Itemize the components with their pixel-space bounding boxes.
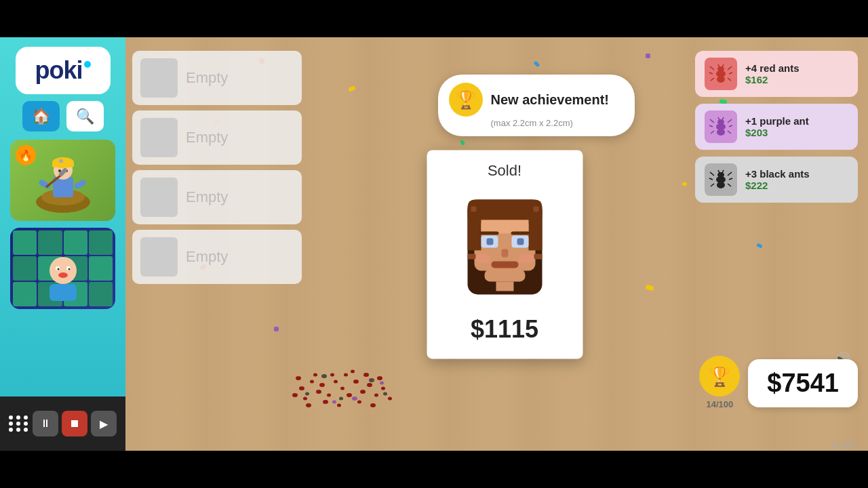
svg-line-70: [729, 178, 732, 180]
reward-item-black: +3 black ants $222: [695, 157, 858, 203]
svg-point-91: [353, 380, 359, 384]
trophy-count-display: 14/100: [706, 398, 733, 410]
copyright-text: @ 2025: [831, 441, 857, 449]
svg-point-100: [381, 387, 385, 390]
purple-ant-svg: [709, 116, 733, 138]
confetti-4: [534, 60, 540, 67]
confetti-3: [348, 86, 355, 92]
svg-point-81: [306, 403, 311, 407]
svg-line-49: [711, 78, 714, 81]
svg-line-50: [728, 78, 731, 81]
slot-label-4: Empty: [186, 248, 228, 266]
slot-item-3[interactable]: Empty: [132, 170, 302, 224]
svg-point-85: [323, 400, 328, 404]
slot-thumb-3: [140, 178, 178, 217]
achievement-trophy-icon: 🏆: [449, 83, 483, 117]
trophy-button[interactable]: 🏆: [699, 356, 740, 396]
svg-line-46: [728, 66, 732, 70]
svg-point-16: [57, 268, 59, 270]
stop-button[interactable]: ⏹: [62, 411, 87, 436]
red-ant-price: $162: [745, 74, 848, 85]
svg-point-90: [337, 404, 341, 407]
svg-rect-35: [496, 281, 513, 291]
svg-line-58: [709, 125, 713, 127]
svg-rect-19: [50, 284, 77, 301]
svg-point-75: [299, 386, 304, 390]
slot-item-2[interactable]: Empty: [132, 110, 302, 165]
black-ant-label: +3 black ants: [745, 168, 848, 180]
svg-line-61: [728, 131, 731, 134]
poki-logo[interactable]: poki: [16, 47, 111, 94]
svg-rect-30: [479, 231, 498, 235]
purple-ant-price: $203: [745, 127, 848, 138]
home-button[interactable]: 🏠: [22, 101, 60, 131]
slot-thumb-4: [140, 237, 178, 277]
svg-line-60: [711, 131, 714, 134]
svg-point-101: [377, 376, 382, 380]
confetti-14: [274, 327, 279, 331]
slot-label-1: Empty: [186, 69, 228, 87]
sold-price: $1115: [439, 315, 570, 344]
svg-point-80: [327, 394, 331, 397]
svg-rect-40: [467, 253, 475, 259]
svg-point-79: [319, 383, 325, 387]
purple-ant-reward-text: +1 purple ant $203: [745, 115, 848, 138]
svg-point-104: [321, 374, 327, 378]
slots-panel: Empty Empty Empty Empty: [132, 51, 302, 289]
svg-point-109: [352, 396, 357, 401]
pause-button[interactable]: ⏸: [33, 411, 58, 436]
svg-point-54: [717, 119, 724, 125]
game-thumb-money[interactable]: [10, 228, 115, 309]
black-ant-reward-text: +3 black ants $222: [745, 168, 848, 191]
slot-thumb-1: [140, 58, 178, 98]
svg-line-73: [718, 170, 719, 173]
achievement-title: New achievement!: [491, 92, 610, 108]
svg-point-108: [332, 401, 336, 404]
svg-line-51: [718, 64, 719, 67]
game-thumb-miner[interactable]: 🔥: [10, 140, 115, 221]
achievement-banner: 🏆 New achievement! (max 2.2cm x 2.2cm): [438, 75, 635, 136]
reward-item-red: +4 red ants $162: [695, 51, 858, 97]
svg-rect-34: [484, 269, 525, 281]
svg-point-105: [339, 397, 343, 401]
svg-point-89: [347, 393, 352, 397]
svg-point-84: [334, 380, 338, 384]
slot-label-2: Empty: [186, 129, 228, 146]
svg-point-18: [58, 272, 68, 278]
svg-line-57: [728, 119, 732, 123]
slot-thumb-2: [140, 118, 178, 157]
sidebar: poki 🏠 🔍 🔥: [0, 37, 125, 451]
rewards-panel: +4 red ants $162: [695, 51, 858, 209]
svg-point-102: [388, 397, 392, 401]
svg-point-83: [296, 376, 301, 380]
black-ant-price: $222: [745, 180, 848, 191]
next-button[interactable]: ▶: [91, 411, 117, 436]
red-ant-reward-text: +4 red ants $162: [745, 62, 848, 85]
svg-rect-24: [528, 209, 542, 250]
svg-rect-10: [73, 179, 87, 190]
confetti-11: [756, 243, 762, 249]
fire-badge: 🔥: [16, 145, 36, 165]
poki-wordmark: poki: [35, 56, 82, 85]
svg-point-55: [717, 129, 725, 136]
svg-point-110: [380, 382, 384, 385]
ant-swarm: [275, 334, 410, 437]
slot-item-4[interactable]: Empty: [132, 230, 302, 284]
search-button[interactable]: 🔍: [66, 101, 104, 131]
money-character: [43, 253, 83, 301]
svg-point-17: [68, 268, 70, 270]
svg-point-97: [363, 373, 369, 377]
slot-item-1[interactable]: Empty: [132, 51, 302, 105]
svg-point-107: [383, 392, 387, 396]
svg-point-95: [367, 383, 372, 387]
reward-item-purple: +1 purple ant $203: [695, 104, 858, 150]
svg-line-59: [729, 125, 732, 127]
svg-line-62: [718, 117, 719, 120]
sold-artwork: [447, 189, 562, 304]
svg-line-45: [710, 66, 714, 70]
svg-line-52: [722, 64, 724, 67]
svg-point-88: [340, 387, 344, 390]
svg-point-106: [369, 378, 374, 382]
svg-point-82: [313, 373, 317, 377]
money-display: $7541: [748, 359, 858, 407]
